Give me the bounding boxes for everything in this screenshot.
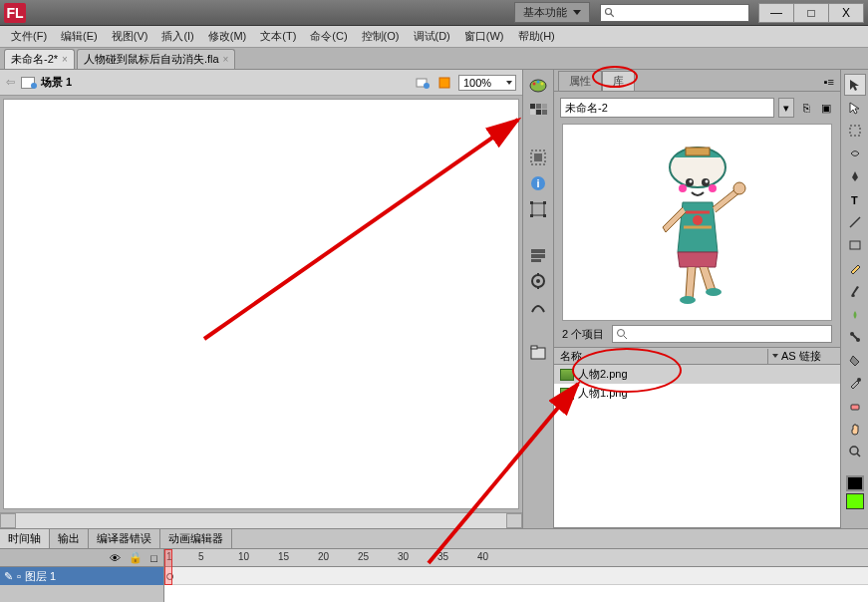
menu-control[interactable]: 控制(O) [355, 27, 407, 46]
align-panel-icon[interactable] [526, 146, 550, 169]
doc-tab-1[interactable]: 未命名-2*× [4, 49, 75, 69]
swatches-panel-icon[interactable] [526, 100, 550, 124]
panel-menu-icon[interactable]: ▪≡ [824, 76, 834, 88]
frame-number: 40 [477, 551, 488, 562]
menu-file[interactable]: 文件(F) [4, 27, 54, 46]
doc-tab-2[interactable]: 人物碰到鼠标后自动消失.fla× [77, 49, 236, 69]
zoom-tool[interactable] [844, 441, 866, 462]
components-panel-icon[interactable] [526, 269, 550, 293]
code-snippets-icon[interactable] [526, 243, 550, 267]
pen-tool[interactable] [844, 165, 866, 187]
zoom-dropdown[interactable]: 100% [458, 75, 516, 91]
svg-point-37 [689, 180, 692, 183]
menu-modify[interactable]: 修改(M) [201, 27, 254, 46]
svg-rect-52 [850, 241, 860, 249]
svg-point-56 [857, 378, 861, 382]
paint-bucket-tool[interactable] [844, 349, 866, 371]
panel-tab-compiler-errors[interactable]: 编译器错误 [89, 529, 160, 548]
library-search-input[interactable] [612, 325, 832, 343]
layer-row[interactable]: ✎ ▫ 图层 1 [0, 567, 163, 585]
pin-icon[interactable]: ⎘ [798, 102, 814, 114]
menu-text[interactable]: 文本(T) [253, 27, 303, 46]
close-icon[interactable]: × [62, 54, 68, 65]
new-library-icon[interactable]: ▣ [818, 102, 834, 115]
visibility-icon[interactable]: 👁 [110, 552, 121, 564]
frame-number: 15 [278, 551, 289, 562]
app-logo: FL [4, 3, 26, 23]
deco-tool[interactable] [844, 303, 866, 325]
svg-rect-20 [530, 201, 533, 204]
hand-tool[interactable] [844, 418, 866, 440]
menu-window[interactable]: 窗口(W) [457, 27, 511, 46]
svg-rect-19 [532, 203, 544, 215]
svg-rect-25 [531, 254, 545, 258]
project-panel-icon[interactable] [526, 341, 550, 365]
motion-presets-icon[interactable] [526, 295, 550, 319]
menu-command[interactable]: 命令(C) [303, 27, 354, 46]
menu-help[interactable]: 帮助(H) [511, 27, 562, 46]
menu-insert[interactable]: 插入(I) [154, 27, 200, 46]
frame-number: 25 [358, 551, 369, 562]
bone-tool[interactable] [844, 326, 866, 348]
lasso-tool[interactable] [844, 143, 866, 164]
back-arrow-icon[interactable]: ⇦ [6, 76, 15, 89]
timeline-frames[interactable]: 1 5 10 15 20 25 30 35 40 [164, 549, 868, 602]
panel-tab-timeline[interactable]: 时间轴 [0, 529, 50, 548]
maximize-button[interactable]: □ [793, 3, 829, 23]
eyedropper-tool[interactable] [844, 372, 866, 394]
subselection-tool[interactable] [844, 97, 866, 119]
fill-color-swatch[interactable] [846, 493, 864, 509]
library-header-name[interactable]: 名称 [554, 349, 768, 364]
svg-line-59 [857, 453, 860, 456]
panel-tab-library[interactable]: 库 [602, 71, 635, 91]
edit-symbol-icon[interactable] [436, 75, 452, 91]
library-list[interactable]: 人物2.png 人物1.png [554, 365, 840, 528]
scene-icon [21, 77, 35, 89]
title-search-input[interactable] [600, 4, 749, 22]
lock-icon[interactable]: 🔒 [129, 551, 143, 564]
svg-rect-10 [536, 104, 541, 109]
playhead[interactable] [164, 549, 172, 585]
color-panel-icon[interactable] [526, 74, 550, 98]
frame-number: 20 [318, 551, 329, 562]
edit-scene-icon[interactable] [415, 75, 431, 91]
menu-edit[interactable]: 编辑(E) [54, 27, 105, 46]
library-doc-select[interactable]: 未命名-2 [560, 98, 774, 118]
panel-tab-motion-editor[interactable]: 动画编辑器 [160, 529, 232, 548]
panel-tab-properties[interactable]: 属性 [558, 71, 602, 91]
stroke-color-swatch[interactable] [846, 475, 864, 491]
stage[interactable] [3, 99, 519, 509]
brush-tool[interactable] [844, 280, 866, 302]
pencil-tool[interactable] [844, 257, 866, 279]
rectangle-tool[interactable] [844, 234, 866, 256]
workspace-dropdown[interactable]: 基本功能 [514, 2, 590, 23]
library-item-label: 人物1.png [578, 386, 628, 401]
svg-point-45 [680, 296, 696, 304]
svg-rect-26 [531, 259, 541, 262]
minimize-button[interactable]: — [758, 3, 794, 23]
svg-rect-31 [531, 348, 545, 359]
svg-rect-24 [531, 249, 545, 253]
library-item[interactable]: 人物1.png [554, 384, 840, 403]
menu-view[interactable]: 视图(V) [105, 27, 155, 46]
eraser-tool[interactable] [844, 395, 866, 417]
doc-tab-label: 人物碰到鼠标后自动消失.fla [84, 52, 219, 67]
svg-rect-11 [542, 104, 547, 109]
close-button[interactable]: X [828, 3, 864, 23]
selection-tool[interactable] [844, 74, 866, 96]
library-header-linkage[interactable]: AS 链接 [768, 349, 840, 364]
svg-rect-13 [536, 110, 541, 115]
info-panel-icon[interactable]: i [526, 171, 550, 195]
transform-panel-icon[interactable] [526, 197, 550, 221]
close-icon[interactable]: × [223, 54, 229, 65]
library-item[interactable]: 人物2.png [554, 365, 840, 384]
dropdown-button[interactable]: ▾ [778, 98, 794, 118]
panel-tab-output[interactable]: 输出 [50, 529, 89, 548]
svg-point-46 [706, 288, 722, 296]
free-transform-tool[interactable] [844, 120, 866, 142]
outline-icon[interactable]: □ [150, 552, 157, 564]
scrollbar-horizontal[interactable] [0, 512, 522, 528]
line-tool[interactable] [844, 211, 866, 233]
text-tool[interactable]: T [844, 188, 866, 210]
menu-debug[interactable]: 调试(D) [407, 27, 457, 46]
